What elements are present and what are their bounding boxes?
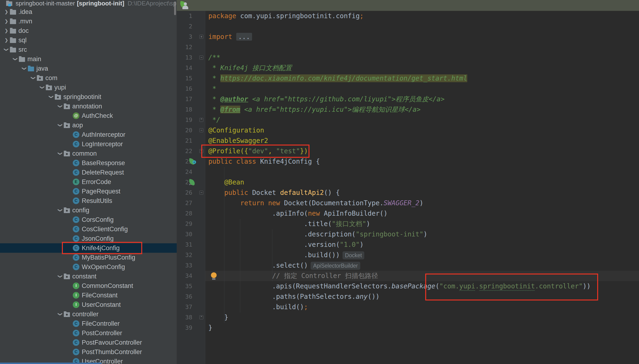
spring-boot-icon[interactable] — [180, 1, 190, 10]
chevron-icon[interactable]: ❯ — [46, 93, 56, 100]
fold-marker-open-icon[interactable]: − — [200, 56, 204, 60]
line-number[interactable]: 2 — [189, 21, 192, 32]
intention-bulb-icon[interactable] — [211, 272, 216, 278]
chevron-icon[interactable]: ❯ — [3, 26, 10, 36]
code-line-14[interactable]: * Knife4j 接口文档配置 — [205, 63, 639, 73]
tree-horizontal-scrollbar[interactable] — [0, 362, 102, 364]
tree-item-common[interactable]: ❯common — [0, 149, 177, 158]
tree-item-PageRequest[interactable]: CPageRequest — [0, 186, 177, 196]
fold-marker-end-icon[interactable]: ⌃ — [200, 118, 204, 122]
code-line-38[interactable]: } — [205, 312, 639, 323]
fold-marker-end-icon[interactable]: ⌃ — [200, 315, 204, 319]
tree-item-constant[interactable]: ❯constant — [0, 272, 177, 281]
code-line-39[interactable]: } — [205, 323, 639, 333]
tree-item-springbootinit[interactable]: ❯springbootinit — [0, 92, 177, 102]
project-title-bar[interactable]: springboot-init-master [springboot-init]… — [0, 0, 177, 6]
spring-bean-icon[interactable]: c — [189, 158, 196, 165]
line-number[interactable]: 39 — [185, 323, 192, 333]
line-number[interactable]: 31 — [185, 240, 192, 250]
chevron-icon[interactable]: ❯ — [20, 65, 29, 72]
chevron-icon[interactable]: ❯ — [56, 207, 65, 214]
tree-item-DeleteRequest[interactable]: CDeleteRequest — [0, 168, 177, 177]
tree-vertical-scrollbar[interactable] — [174, 2, 176, 15]
tree-item-.idea[interactable]: ❯.idea — [0, 7, 177, 16]
code-line-25[interactable]: @Bean — [205, 177, 639, 188]
tree-item-ErrorCode[interactable]: EErrorCode — [0, 177, 177, 186]
code-line-1[interactable]: package com.yupi.springbootinit.config; — [205, 11, 639, 21]
tree-item-src[interactable]: ❯src — [0, 45, 177, 54]
line-number[interactable]: 16 — [185, 84, 192, 94]
code-line-16[interactable]: * — [205, 84, 639, 94]
tree-item-UserConstant[interactable]: IUserConstant — [0, 300, 177, 310]
tree-item-AuthInterceptor[interactable]: CAuthInterceptor — [0, 130, 177, 139]
code-line-2[interactable] — [205, 21, 639, 32]
code-line-23[interactable]: public class Knife4jConfig { — [205, 156, 639, 167]
code-line-12[interactable] — [205, 42, 639, 52]
tree-item-.mvn[interactable]: ❯.mvn — [0, 16, 177, 26]
code-line-17[interactable]: * @author <a href="https://github.com/li… — [205, 94, 639, 104]
chevron-icon[interactable]: ❯ — [56, 310, 65, 318]
code-line-31[interactable]: .version("1.0") — [205, 240, 639, 250]
tree-item-CosClientConfig[interactable]: CCosClientConfig — [0, 224, 177, 234]
line-number[interactable]: 37 — [185, 302, 192, 312]
chevron-icon[interactable]: ❯ — [56, 273, 65, 280]
tree-item-PostController[interactable]: CPostController — [0, 328, 177, 338]
line-number[interactable]: 29 — [185, 219, 192, 229]
line-number[interactable]: 15 — [185, 73, 192, 84]
fold-marker-open-icon[interactable]: − — [200, 190, 204, 195]
code-area[interactable]: package com.yupi.springbootinit.config;i… — [205, 11, 639, 364]
tree-item-sql[interactable]: ❯sql — [0, 36, 177, 45]
line-number[interactable]: 20 — [185, 125, 192, 136]
line-number[interactable]: 24 — [185, 167, 192, 177]
line-number[interactable]: 3 — [189, 32, 192, 42]
tree-item-CommonConstant[interactable]: ICommonConstant — [0, 281, 177, 290]
tree-item-MyBatisPlusConfig[interactable]: CMyBatisPlusConfig — [0, 253, 177, 262]
code-line-30[interactable]: .description("springboot-init") — [205, 229, 639, 240]
tree-item-CorsConfig[interactable]: CCorsConfig — [0, 215, 177, 224]
tree-item-com[interactable]: ❯com — [0, 73, 177, 83]
chevron-icon[interactable]: ❯ — [3, 36, 10, 45]
chevron-icon[interactable]: ❯ — [28, 74, 38, 82]
tree-item-AuthCheck[interactable]: @AuthCheck — [0, 111, 177, 120]
chevron-icon[interactable]: ❯ — [56, 103, 65, 110]
chevron-icon[interactable]: ❯ — [3, 7, 10, 16]
code-line-37[interactable]: .build(); — [205, 302, 639, 312]
chevron-icon[interactable]: ❯ — [38, 84, 47, 91]
code-line-28[interactable]: .apiInfo(new ApiInfoBuilder() — [205, 208, 639, 219]
code-line-13[interactable]: /** — [205, 52, 639, 63]
line-number[interactable]: 30 — [185, 229, 192, 240]
line-number[interactable]: 19 — [185, 115, 192, 125]
line-number[interactable]: 26 — [185, 188, 192, 198]
line-number[interactable]: 21 — [185, 136, 192, 146]
line-number[interactable]: 28 — [185, 208, 192, 219]
tree-item-java[interactable]: ❯java — [0, 64, 177, 73]
code-line-20[interactable]: @Configuration — [205, 125, 639, 136]
chevron-icon[interactable]: ❯ — [2, 46, 11, 53]
chevron-icon[interactable]: ❯ — [3, 16, 10, 26]
line-number[interactable]: 12 — [185, 42, 192, 52]
tree-item-PostThumbController[interactable]: CPostThumbController — [0, 347, 177, 357]
code-line-19[interactable]: */ — [205, 115, 639, 125]
line-number[interactable]: 27 — [185, 198, 192, 208]
tree-item-config[interactable]: ❯config — [0, 206, 177, 215]
tree-item-annotation[interactable]: ❯annotation — [0, 102, 177, 111]
code-line-32[interactable]: .build())Docket — [205, 250, 639, 260]
code-line-27[interactable]: return new Docket(DocumentationType.SWAG… — [205, 198, 639, 208]
line-number[interactable]: 13 — [185, 52, 192, 63]
tree-item-FileConstant[interactable]: IFileConstant — [0, 290, 177, 300]
line-number[interactable]: 32 — [185, 250, 192, 260]
line-number[interactable]: 14 — [185, 63, 192, 73]
code-line-15[interactable]: * https://doc.xiaominfo.com/knife4j/docu… — [205, 73, 639, 84]
code-line-18[interactable]: * @from <a href="https://yupi.icu">编程导航知… — [205, 104, 639, 115]
tree-item-main[interactable]: ❯main — [0, 54, 177, 64]
tree-item-WxOpenConfig[interactable]: CWxOpenConfig — [0, 262, 177, 272]
tree-item-yupi[interactable]: ❯yupi — [0, 83, 177, 92]
line-number[interactable]: 17 — [185, 94, 192, 104]
line-number[interactable]: 18 — [185, 104, 192, 115]
tree-item-ResultUtils[interactable]: CResultUtils — [0, 196, 177, 206]
tree-item-BaseResponse[interactable]: CBaseResponse — [0, 158, 177, 168]
fold-marker-plus-icon[interactable]: + — [200, 35, 204, 39]
line-number[interactable]: 33 — [185, 260, 192, 271]
tree-item-LogInterceptor[interactable]: CLogInterceptor — [0, 139, 177, 149]
code-line-29[interactable]: .title("接口文档") — [205, 219, 639, 229]
